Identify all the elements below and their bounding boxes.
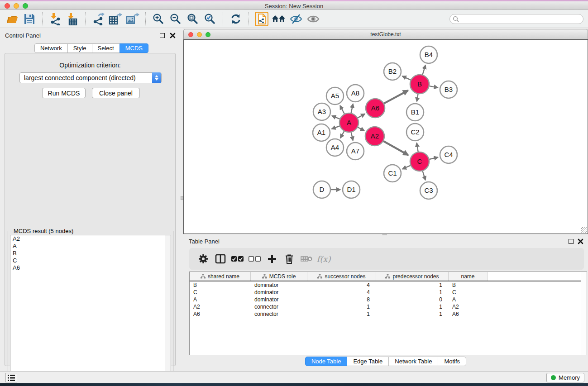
graph-node-C4[interactable]: C4 (440, 146, 457, 163)
table-cell[interactable]: 1 (307, 311, 376, 317)
graph-node-C1[interactable]: C1 (384, 165, 401, 182)
graph-edge-C-C1[interactable] (402, 166, 411, 169)
graph-node-B4[interactable]: B4 (420, 46, 437, 63)
export-table-icon[interactable] (108, 12, 123, 26)
window-resize-grip[interactable] (581, 227, 587, 233)
column-header-predecessor-nodes[interactable]: predecessor nodes (376, 272, 449, 281)
graph-edge-A2-C[interactable] (383, 141, 408, 155)
tab-mcds[interactable]: MCDS (120, 43, 148, 53)
import-table-icon[interactable] (65, 12, 80, 26)
open-session-icon[interactable] (5, 12, 19, 26)
table-cell[interactable]: connector (251, 304, 307, 310)
table-row[interactable]: A6connector11A6 (190, 310, 587, 318)
graph-node-C[interactable]: C (410, 152, 429, 171)
tab-network-table[interactable]: Network Table (388, 357, 438, 366)
table-cell[interactable]: A2 (190, 304, 251, 310)
import-network-icon[interactable] (48, 12, 62, 26)
unselect-all-checkboxes-icon[interactable] (247, 252, 263, 266)
run-mcds-button[interactable]: Run MCDS (42, 88, 86, 98)
graph-edge-A-A8[interactable] (351, 104, 353, 113)
table-cell[interactable]: A6 (190, 311, 251, 317)
graph-edge-A-A5[interactable] (340, 105, 344, 114)
table-cell[interactable]: dominator (251, 282, 307, 288)
gear-icon[interactable] (196, 252, 211, 266)
column-header-successor-nodes[interactable]: successor nodes (307, 272, 376, 281)
graph-edge-A-A1[interactable] (332, 126, 340, 129)
graph-edge-B-B1[interactable] (417, 94, 418, 102)
table-cell[interactable]: A6 (449, 311, 488, 317)
float-table-panel-icon[interactable] (569, 239, 574, 244)
split-columns-icon[interactable] (213, 252, 228, 266)
graph-edge-A-A7[interactable] (351, 133, 353, 141)
tab-edge-table[interactable]: Edge Table (347, 357, 389, 366)
zoom-selected-icon[interactable] (203, 12, 217, 26)
optimization-criterion-select[interactable]: largest connected component (directed) (19, 72, 162, 83)
graph-node-A1[interactable]: A1 (313, 124, 330, 141)
mcds-result-item[interactable]: A6 (10, 264, 171, 272)
graph-edge-A6-B[interactable] (384, 91, 408, 104)
graph-edge-C-C3[interactable] (423, 171, 425, 180)
table-cell[interactable]: dominator (251, 296, 307, 303)
graph-node-B1[interactable]: B1 (406, 104, 424, 121)
table-row[interactable]: Cdominator41C (190, 289, 587, 296)
table-cell[interactable]: connector (251, 311, 307, 317)
graph-node-B3[interactable]: B3 (440, 81, 457, 98)
function-builder-icon[interactable]: f(x) (316, 252, 331, 266)
graph-node-A2[interactable]: A2 (365, 127, 384, 146)
graph-node-A6[interactable]: A6 (366, 99, 385, 118)
table-cell[interactable]: B (449, 282, 488, 288)
column-header-name[interactable]: name (449, 272, 488, 281)
table-row[interactable]: Bdominator41B (190, 281, 587, 289)
hide-panels-icon[interactable] (289, 12, 303, 26)
table-row[interactable]: Adominator80A (190, 296, 587, 303)
graph-node-A8[interactable]: A8 (347, 85, 364, 102)
graph-node-D[interactable]: D (313, 181, 330, 198)
vertical-split-handle[interactable] (181, 196, 183, 200)
network-file-tool-icon[interactable] (254, 12, 269, 26)
graph-edge-A-A6[interactable] (358, 114, 365, 118)
delete-column-icon[interactable] (282, 252, 297, 266)
graph-edge-B-B3[interactable] (430, 86, 438, 88)
mcds-result-scrollbar[interactable] (165, 235, 171, 385)
graph-edge-C-C2[interactable] (417, 143, 418, 152)
graph-node-A[interactable]: A (339, 113, 359, 132)
column-header-shared-name[interactable]: shared name (190, 272, 251, 281)
table-cell[interactable]: 1 (376, 282, 449, 288)
table-cell[interactable]: 1 (376, 289, 449, 295)
table-cell[interactable]: B (190, 282, 251, 288)
table-cell[interactable]: C (449, 289, 488, 295)
graph-edge-B-B4[interactable] (423, 65, 425, 75)
table-cell[interactable]: 8 (307, 296, 376, 303)
graph-node-A7[interactable]: A7 (347, 143, 364, 160)
column-header-MCDS-role[interactable]: MCDS role (251, 272, 307, 281)
select-all-checkboxes-icon[interactable] (230, 252, 245, 266)
export-network-icon[interactable] (91, 12, 105, 26)
table-cell[interactable]: 1 (376, 304, 449, 310)
table-cell[interactable]: 0 (376, 296, 449, 303)
add-column-icon[interactable] (264, 252, 280, 266)
table-cell[interactable]: A2 (449, 304, 488, 310)
mcds-result-item[interactable]: B (10, 250, 171, 257)
refresh-view-icon[interactable] (229, 12, 243, 26)
graph-node-A4[interactable]: A4 (326, 139, 344, 156)
zoom-out-icon[interactable] (168, 12, 183, 26)
graph-node-B[interactable]: B (410, 75, 429, 94)
home-layout-icon[interactable] (272, 12, 286, 26)
table-cell[interactable]: 1 (376, 311, 449, 317)
mcds-result-item[interactable]: A2 (10, 235, 171, 243)
tab-select[interactable]: Select (92, 43, 120, 53)
show-panels-icon[interactable] (306, 12, 320, 26)
table-cell[interactable]: C (190, 289, 251, 295)
graph-node-D1[interactable]: D1 (343, 181, 360, 198)
graph-edge-C-C4[interactable] (429, 157, 438, 160)
network-window-titlebar[interactable]: testGlobe.txt (183, 29, 588, 39)
tab-node-table[interactable]: Node Table (305, 357, 348, 366)
task-history-button[interactable] (5, 373, 17, 382)
tab-motifs[interactable]: Motifs (438, 357, 466, 366)
graph-edge-A-A3[interactable] (332, 116, 339, 119)
node-table[interactable]: shared nameMCDS rolesuccessor nodesprede… (189, 272, 587, 355)
tab-style[interactable]: Style (67, 43, 92, 53)
graph-edge-A-A4[interactable] (340, 131, 344, 138)
close-panel-button[interactable]: Close panel (92, 88, 140, 98)
zoom-in-icon[interactable] (151, 12, 166, 26)
